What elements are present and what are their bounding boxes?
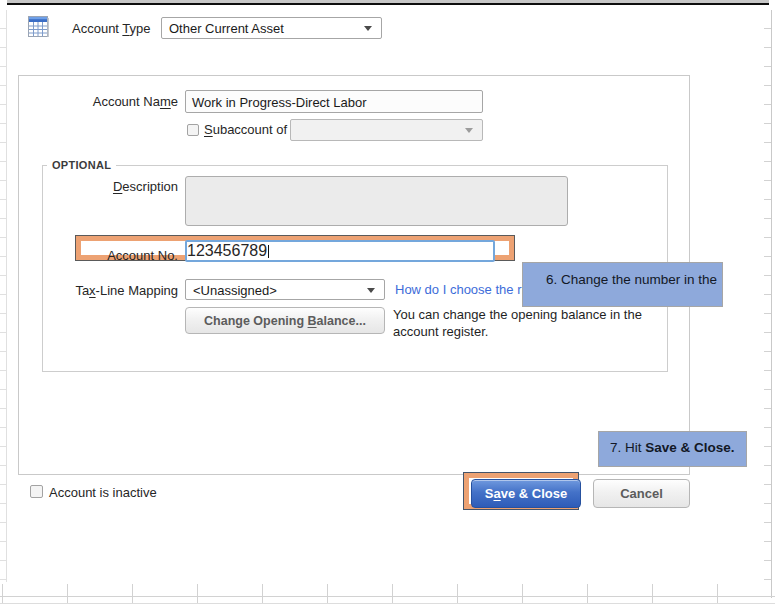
account-type-value: Other Current Asset xyxy=(169,21,284,36)
account-name-value: Work in Progress-Direct Labor xyxy=(192,94,367,109)
account-name-label: Account Name xyxy=(60,94,178,109)
chevron-down-icon xyxy=(367,288,375,293)
cancel-button[interactable]: Cancel xyxy=(593,479,690,508)
chevron-down-icon xyxy=(364,26,372,31)
subaccount-label: Subaccount of xyxy=(204,122,287,137)
account-inactive-label: Account is inactive xyxy=(49,485,157,500)
account-name-input[interactable]: Work in Progress-Direct Labor xyxy=(185,90,483,113)
text-caret xyxy=(268,245,269,258)
chevron-down-icon xyxy=(465,128,473,133)
tax-line-value: <Unassigned> xyxy=(193,282,277,297)
account-no-input[interactable]: 123456789 xyxy=(185,240,495,262)
callout-step-7: 7. Hit Save & Close. xyxy=(598,431,747,467)
account-ledger-icon xyxy=(27,15,49,38)
gridline-bottom-ticks xyxy=(2,584,773,603)
description-textarea[interactable] xyxy=(185,176,568,226)
window-top-bar xyxy=(7,0,769,5)
account-type-label: Account Type xyxy=(72,21,151,36)
save-close-button[interactable]: Save & Close xyxy=(471,479,581,508)
subaccount-checkbox[interactable] xyxy=(187,124,199,136)
account-no-label: Account No. xyxy=(60,248,178,263)
account-type-dropdown[interactable]: Other Current Asset xyxy=(161,17,382,39)
callout-step-6: 6. Change the number in the xyxy=(522,262,723,307)
gridline-right-rail xyxy=(764,10,772,598)
tax-line-dropdown[interactable]: <Unassigned> xyxy=(185,279,385,300)
opening-balance-note: You can change the opening balance in th… xyxy=(393,306,669,340)
gridline-bottom-2 xyxy=(0,603,775,604)
account-no-value: 123456789 xyxy=(187,242,267,259)
gridline-left-rail xyxy=(0,10,7,582)
subaccount-dropdown[interactable] xyxy=(290,119,483,141)
callout-step-6-text: 6. Change the number in the xyxy=(546,272,717,287)
callout-step-7-bold: Save & Close. xyxy=(645,440,734,455)
change-opening-balance-button[interactable]: Change Opening Balance... xyxy=(185,307,385,334)
account-inactive-checkbox[interactable] xyxy=(30,485,43,498)
optional-legend: OPTIONAL xyxy=(47,159,116,171)
tax-line-mapping-label: Tax-Line Mapping xyxy=(60,283,178,298)
tax-line-help-link[interactable]: How do I choose the rig xyxy=(395,282,532,297)
description-label: Description xyxy=(60,179,178,194)
gridline-bottom-1 xyxy=(0,596,775,597)
